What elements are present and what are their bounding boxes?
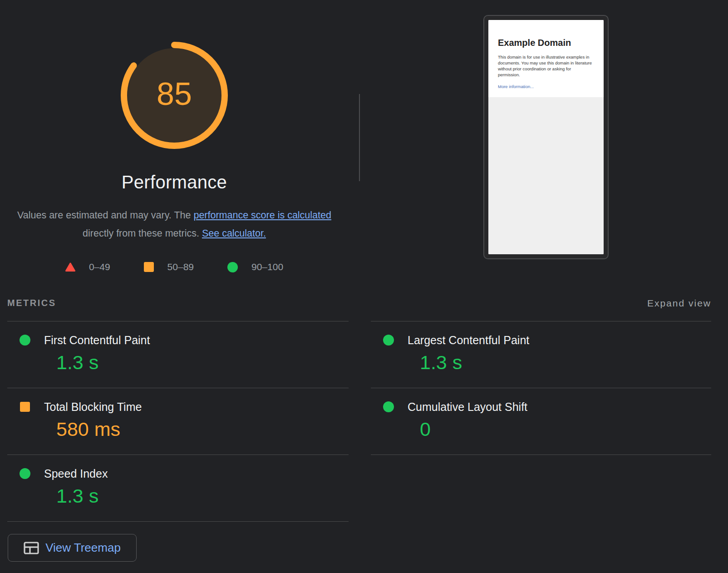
good-circle-icon (383, 401, 394, 412)
metric-name: Total Blocking Time (44, 401, 142, 413)
performance-score-section: 85 Performance Values are estimated and … (7, 0, 341, 272)
view-treemap-button[interactable]: View Treemap (8, 534, 137, 562)
screenshot-more-info-link: More information... (498, 84, 534, 89)
metrics-grid: First Contentful Paint 1.3 s Total Block… (7, 321, 711, 522)
metric-name: Speed Index (44, 468, 108, 479)
treemap-icon (24, 542, 39, 554)
metric-row-largest-contentful-paint: Largest Contentful Paint 1.3 s (371, 321, 711, 388)
legend-item-good: 90–100 (227, 262, 283, 272)
view-treemap-label: View Treemap (45, 541, 121, 555)
expand-view-button[interactable]: Expand view (647, 298, 711, 309)
metric-value: 1.3 s (56, 486, 349, 506)
column-bottom-divider (371, 454, 711, 455)
metric-head: First Contentful Paint (20, 334, 349, 346)
final-screenshot-thumbnail[interactable]: Example Domain This domain is for use in… (483, 15, 609, 259)
metric-head: Largest Contentful Paint (383, 334, 711, 346)
metric-name: Cumulative Layout Shift (408, 401, 527, 413)
metric-value: 0 (420, 419, 711, 439)
score-scale-legend: 0–49 50–89 90–100 (7, 262, 341, 272)
see-calculator-link[interactable]: See calculator. (202, 228, 266, 239)
legend-item-average: 50–89 (144, 262, 194, 272)
metrics-section-title: METRICS (7, 298, 56, 308)
good-circle-icon (383, 335, 394, 346)
score-value: 85 (121, 42, 228, 149)
metric-value: 1.3 s (56, 352, 349, 372)
good-circle-icon (227, 262, 238, 272)
calculated-link[interactable]: performance score is calculated (193, 210, 331, 221)
metrics-section: METRICS Expand view First Contentful Pai… (7, 291, 711, 522)
screenshot-content: Example Domain This domain is for use in… (488, 20, 604, 254)
legend-item-fail: 0–49 (65, 262, 110, 272)
metric-row-total-blocking-time: Total Blocking Time 580 ms (7, 388, 349, 454)
metric-head: Total Blocking Time (20, 401, 349, 413)
good-circle-icon (20, 335, 30, 346)
metric-row-cumulative-layout-shift: Cumulative Layout Shift 0 (371, 388, 711, 454)
metrics-column-right: Largest Contentful Paint 1.3 s Cumulativ… (371, 321, 711, 455)
metric-name: First Contentful Paint (44, 334, 150, 346)
metric-head: Speed Index (20, 468, 349, 479)
fail-triangle-icon (65, 262, 75, 272)
metrics-header: METRICS Expand view (7, 291, 711, 321)
average-square-icon (144, 262, 154, 272)
screenshot-page-heading: Example Domain (498, 38, 593, 48)
metric-row-first-contentful-paint: First Contentful Paint 1.3 s (7, 321, 349, 388)
description-text-after: directly from these metrics. (83, 228, 202, 239)
metric-value: 1.3 s (420, 352, 711, 372)
score-gauge[interactable]: 85 (121, 42, 228, 149)
description-text-before: Values are estimated and may vary. The (17, 210, 193, 221)
score-description: Values are estimated and may vary. The p… (15, 206, 333, 242)
metric-name: Largest Contentful Paint (408, 334, 529, 346)
screenshot-page-body (488, 97, 604, 254)
screenshot-page-top: Example Domain This domain is for use in… (488, 20, 604, 97)
metric-row-speed-index: Speed Index 1.3 s (7, 454, 349, 521)
good-circle-icon (20, 468, 30, 479)
legend-range-label: 0–49 (89, 262, 110, 272)
metrics-column-left: First Contentful Paint 1.3 s Total Block… (7, 321, 349, 522)
screenshot-page-paragraph: This domain is for use in illustrative e… (498, 54, 593, 78)
legend-range-label: 50–89 (167, 262, 194, 272)
metric-head: Cumulative Layout Shift (383, 401, 711, 413)
section-divider (359, 94, 360, 181)
metric-value: 580 ms (56, 419, 349, 439)
column-bottom-divider (7, 521, 349, 522)
average-square-icon (20, 402, 30, 412)
page-title: Performance (7, 172, 341, 193)
legend-range-label: 90–100 (251, 262, 283, 272)
